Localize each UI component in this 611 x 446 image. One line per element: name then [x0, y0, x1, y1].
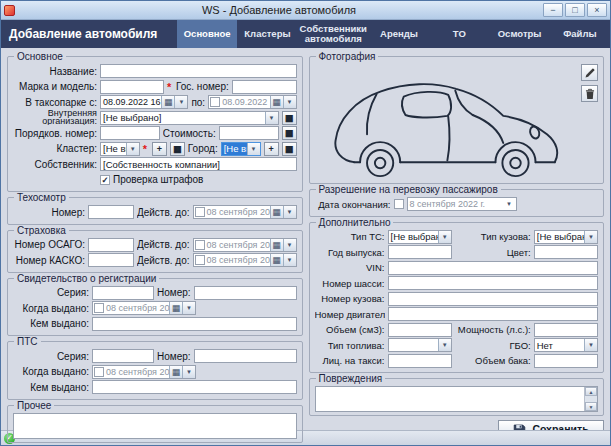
vehicle-type-combo[interactable]: [Не выбрано] ▼ [388, 230, 452, 244]
other-textarea[interactable] [13, 413, 297, 439]
calendar-grid-icon[interactable]: ▦ [270, 239, 283, 251]
calendar-grid-icon[interactable]: ▦ [270, 96, 283, 108]
close-button[interactable]: × [587, 3, 607, 17]
fuel-type-combo[interactable]: ▼ [388, 338, 452, 352]
inspection-valid-value: 08 сентября 2022 [205, 206, 270, 218]
body-number-input[interactable] [388, 292, 599, 306]
cluster-add-button[interactable]: + [152, 142, 167, 156]
taxi-park-to-datetimepicker[interactable]: 08.09.2022 16:40 ▦ ▼ [208, 95, 296, 109]
cert-number-input[interactable] [194, 286, 297, 300]
chevron-down-icon[interactable]: ▼ [247, 143, 260, 155]
damage-textarea[interactable] [316, 387, 585, 411]
cost-table-button[interactable]: ▦ [282, 126, 297, 140]
grid-icon: ▦ [285, 128, 294, 138]
body-type-combo[interactable]: [Не выбрано] ▼ [534, 230, 598, 244]
chassis-number-input[interactable] [388, 276, 599, 290]
fines-check-checkbox[interactable]: ✓ [100, 175, 110, 185]
power-input[interactable] [534, 323, 598, 337]
chevron-down-icon[interactable]: ▼ [283, 206, 296, 218]
chevron-down-icon[interactable]: ▼ [126, 143, 139, 155]
pts-issued-by-input[interactable] [92, 380, 297, 394]
owner-input[interactable]: [Собственность компании] [100, 157, 297, 171]
scroll-up-button[interactable]: ▲ [585, 387, 597, 396]
city-add-button[interactable]: + [264, 142, 279, 156]
minimize-button[interactable]: − [543, 3, 563, 17]
chevron-down-icon[interactable]: ▼ [584, 231, 597, 243]
color-input[interactable] [534, 245, 598, 259]
chevron-down-icon[interactable]: ▼ [283, 96, 296, 108]
pts-issued-datepicker[interactable]: 08 сентября 2022 ▦ ▼ [92, 365, 196, 379]
cluster-table-button[interactable]: ▦ [170, 142, 185, 156]
inspection-valid-datepicker[interactable]: 08 сентября 2022 ▦ ▼ [193, 205, 297, 219]
kasko-valid-datepicker[interactable]: 08 сентября 2022 ▦ ▼ [193, 253, 297, 267]
tank-volume-input[interactable] [534, 354, 598, 368]
taxi-park-to-checkbox[interactable] [210, 97, 220, 107]
year-input[interactable] [388, 245, 452, 259]
tab-osmotry[interactable]: Осмотры [489, 20, 549, 48]
chevron-down-icon[interactable]: ▼ [182, 302, 195, 314]
row-pts-issued-by: Кем выдано: [13, 380, 297, 394]
serial-number-input[interactable] [100, 126, 160, 140]
calendar-grid-icon[interactable]: ▦ [169, 302, 182, 314]
cost-input[interactable] [219, 126, 279, 140]
pts-issued-checkbox[interactable] [94, 367, 104, 377]
pts-series-input[interactable] [92, 349, 154, 363]
cert-issued-datepicker[interactable]: 08 сентября 2022 ▦ ▼ [92, 301, 196, 315]
tab-osnovnoe[interactable]: Основное [177, 20, 237, 48]
cluster-combo[interactable]: [Не выбрано] ▼ [100, 142, 140, 156]
kasko-number-input[interactable] [88, 253, 134, 267]
photo-delete-button[interactable] [581, 85, 598, 102]
tab-klastery[interactable]: Кластеры [237, 20, 297, 48]
brand-model-input[interactable] [100, 80, 164, 94]
internal-org-combo[interactable]: [Не выбрано] ▼ [100, 111, 279, 125]
taxi-license-input[interactable] [388, 354, 452, 368]
calendar-grid-icon[interactable]: ▦ [270, 206, 283, 218]
photo-edit-button[interactable] [581, 64, 598, 81]
cert-series-input[interactable] [92, 286, 154, 300]
photo-canvas[interactable] [315, 64, 599, 180]
chevron-down-icon[interactable]: ▼ [283, 254, 296, 266]
tab-arendy[interactable]: Аренды [369, 20, 429, 48]
gbo-combo[interactable]: Нет ▼ [534, 338, 598, 352]
pts-number-input[interactable] [194, 349, 297, 363]
engine-number-input[interactable] [388, 307, 599, 321]
inspection-valid-checkbox[interactable] [195, 207, 205, 217]
chassis-number-label: Номер шасси: [315, 278, 385, 289]
chevron-down-icon[interactable]: ▼ [174, 96, 187, 108]
inspection-number-input[interactable] [88, 205, 134, 219]
permit-end-datepicker[interactable]: 8 сентября 2022 г. ▼ [407, 197, 517, 211]
maximize-button[interactable]: □ [565, 3, 585, 17]
kasko-valid-checkbox[interactable] [195, 255, 205, 265]
chevron-down-icon[interactable]: ▼ [438, 231, 451, 243]
chevron-down-icon[interactable]: ▼ [265, 112, 278, 124]
chevron-down-icon[interactable]: ▼ [438, 339, 451, 351]
osago-valid-checkbox[interactable] [195, 240, 205, 250]
calendar-grid-icon[interactable]: ▦ [270, 254, 283, 266]
tab-sobstvenniki[interactable]: Собственники автомобиля [298, 20, 369, 48]
cert-issued-by-input[interactable] [92, 317, 297, 331]
scroll-down-button[interactable]: ▼ [585, 402, 597, 411]
cert-issued-checkbox[interactable] [94, 303, 104, 313]
chevron-down-icon[interactable]: ▼ [584, 339, 597, 351]
engine-volume-input[interactable] [388, 323, 452, 337]
tab-faily[interactable]: Файлы [550, 20, 610, 48]
city-combo[interactable]: [Не выбрано] ▼ [221, 142, 261, 156]
city-table-button[interactable]: ▦ [282, 142, 297, 156]
osago-number-input[interactable] [88, 238, 134, 252]
gov-number-input[interactable] [232, 80, 297, 94]
damage-scrollbar[interactable]: ▲ ▼ [584, 387, 597, 411]
chevron-down-icon[interactable]: ▼ [503, 198, 516, 210]
cert-number-label: Номер: [157, 287, 191, 298]
name-input[interactable] [100, 64, 297, 78]
tab-to[interactable]: ТО [429, 20, 489, 48]
calendar-grid-icon[interactable]: ▦ [161, 96, 174, 108]
chevron-down-icon[interactable]: ▼ [283, 239, 296, 251]
osago-valid-value: 08 сентября 2022 [205, 239, 270, 251]
internal-org-table-button[interactable]: ▦ [282, 111, 297, 125]
osago-valid-datepicker[interactable]: 08 сентября 2022 ▦ ▼ [193, 238, 297, 252]
calendar-grid-icon[interactable]: ▦ [169, 366, 182, 378]
taxi-park-from-datetimepicker[interactable]: 08.09.2022 16:40 ▦ ▼ [100, 95, 188, 109]
permit-end-date-checkbox[interactable] [394, 199, 404, 209]
chevron-down-icon[interactable]: ▼ [182, 366, 195, 378]
vin-input[interactable] [388, 261, 599, 275]
